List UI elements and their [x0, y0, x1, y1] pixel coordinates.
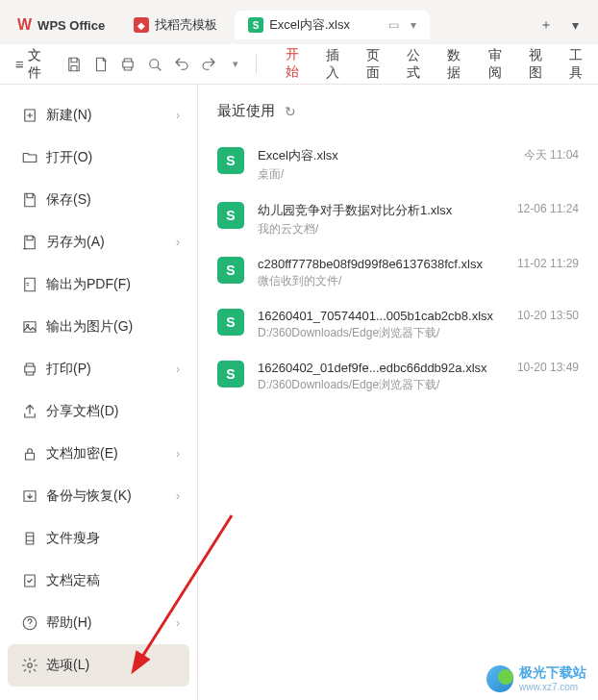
svg-point-12: [28, 663, 33, 668]
spreadsheet-icon: S: [217, 361, 244, 388]
spreadsheet-icon: S: [217, 147, 244, 174]
watermark: 极光下载站 www.xz7.com: [486, 664, 586, 692]
menu-save[interactable]: 保存(S): [8, 179, 189, 221]
app-home-tab[interactable]: W WPS Office: [6, 11, 116, 39]
undo-icon[interactable]: [171, 54, 192, 75]
docer-icon: ◆: [134, 17, 149, 33]
tab-menu-icon[interactable]: ▭: [388, 18, 399, 32]
pdf-icon: [17, 276, 42, 293]
chevron-right-icon: ›: [176, 109, 180, 122]
folder-icon: [17, 149, 42, 166]
wps-logo-icon: W: [17, 16, 32, 34]
spreadsheet-icon: S: [217, 257, 244, 284]
menu-encrypt[interactable]: 文档加密(E) ›: [8, 433, 189, 475]
file-path: 我的云文档/: [258, 221, 504, 238]
ribbon-page[interactable]: 页面: [364, 43, 387, 86]
file-menu-button[interactable]: ≡ 文件: [8, 43, 56, 86]
recent-heading: 最近使用 ↻: [217, 102, 579, 120]
file-time: 今天 11:04: [524, 147, 579, 163]
ribbon-insert[interactable]: 插入: [324, 43, 347, 86]
ribbon-data[interactable]: 数据: [445, 43, 468, 86]
menu-export-img[interactable]: 输出为图片(G): [8, 306, 189, 348]
finalize-icon: [17, 572, 42, 589]
save-icon: [17, 191, 42, 209]
menu-options-label: 选项(L): [46, 657, 180, 674]
file-info: 16260401_70574401...005b1cab2cb8.xlsx D:…: [258, 309, 504, 341]
chevron-right-icon: ›: [176, 616, 180, 630]
preview-icon[interactable]: [144, 54, 165, 75]
refresh-icon[interactable]: ↻: [285, 104, 296, 119]
new-doc-icon[interactable]: [90, 54, 112, 75]
image-icon: [17, 318, 42, 336]
menu-options[interactable]: 选项(L): [8, 644, 189, 687]
menu-new[interactable]: 新建(N) ›: [8, 94, 189, 137]
menu-encrypt-label: 文档加密(E): [46, 445, 176, 462]
file-path: 微信收到的文件/: [258, 273, 504, 289]
help-icon: [17, 614, 42, 632]
toolbar-separator: [256, 55, 257, 74]
watermark-sub: www.xz7.com: [519, 682, 586, 692]
save-icon[interactable]: [63, 54, 85, 75]
file-menu-label: 文件: [28, 47, 48, 82]
slim-icon: [17, 530, 42, 547]
menu-finalize-label: 文档定稿: [46, 572, 180, 589]
file-info: c280ff7778be08f9d99f8e6137638fcf.xlsx 微信…: [258, 257, 504, 289]
new-tab-button[interactable]: ＋: [534, 14, 559, 36]
file-name: Excel内容.xlsx: [258, 147, 511, 164]
menu-open-label: 打开(O): [46, 149, 180, 166]
tab-controls: ＋ ▾: [534, 14, 592, 36]
tab-templates-label: 找稻壳模板: [155, 16, 217, 34]
menu-print-label: 打印(P): [46, 361, 176, 378]
ribbon-tools[interactable]: 工具: [567, 43, 590, 86]
chevron-down-icon[interactable]: ▾: [411, 18, 416, 32]
menu-slim[interactable]: 文件瘦身: [8, 517, 189, 560]
menu-slim-label: 文件瘦身: [46, 530, 180, 547]
backup-icon: [17, 488, 42, 505]
menu-help[interactable]: 帮助(H) ›: [8, 602, 189, 644]
chevron-right-icon: ›: [176, 362, 180, 376]
watermark-logo-icon: [486, 665, 513, 692]
file-path: D:/360Downloads/Edge浏览器下载/: [258, 377, 504, 393]
menu-new-label: 新建(N): [46, 107, 176, 124]
share-icon: [17, 403, 42, 420]
print-icon[interactable]: [117, 54, 138, 75]
tab-list-button[interactable]: ▾: [566, 15, 585, 35]
ribbon-start[interactable]: 开始: [284, 42, 307, 87]
menu-backup-label: 备份与恢复(K): [46, 488, 176, 505]
quick-access: ▾: [63, 54, 246, 75]
menu-backup[interactable]: 备份与恢复(K) ›: [8, 475, 189, 517]
chevron-right-icon: ›: [176, 489, 180, 503]
menu-open[interactable]: 打开(O): [8, 137, 189, 179]
recent-file-row[interactable]: S 16260402_01def9fe...edbc66ddb92a.xlsx …: [217, 351, 579, 403]
new-icon: [17, 107, 42, 124]
menu-print[interactable]: 打印(P) ›: [8, 348, 189, 390]
lock-icon: [17, 445, 42, 462]
ribbon-formula[interactable]: 公式: [405, 43, 428, 86]
toolbar: ≡ 文件 ▾ 开始 插入 页面 公式 数据 审阅 视图 工具: [0, 44, 598, 85]
ribbon-view[interactable]: 视图: [527, 43, 550, 86]
svg-rect-0: [123, 62, 134, 67]
menu-finalize[interactable]: 文档定稿: [8, 560, 189, 602]
spreadsheet-icon: S: [248, 17, 263, 33]
app-name: WPS Office: [37, 18, 105, 33]
tab-document[interactable]: S Excel内容.xlsx ▭ ▾: [235, 11, 430, 39]
recent-file-row[interactable]: S 16260401_70574401...005b1cab2cb8.xlsx …: [217, 299, 579, 351]
file-name: c280ff7778be08f9d99f8e6137638fcf.xlsx: [258, 257, 504, 271]
gear-icon: [17, 657, 42, 674]
file-info: Excel内容.xlsx 桌面/: [258, 147, 511, 183]
recent-file-row[interactable]: S c280ff7778be08f9d99f8e6137638fcf.xlsx …: [217, 247, 579, 299]
file-path: 桌面/: [258, 166, 511, 183]
menu-export-pdf[interactable]: 输出为PDF(F): [8, 263, 189, 306]
menu-saveas-label: 另存为(A): [46, 234, 176, 251]
main: 新建(N) › 打开(O) 保存(S) 另存为(A) › 输出为PDF(F) 输…: [0, 85, 598, 700]
qat-dropdown-icon[interactable]: ▾: [225, 54, 246, 75]
recent-file-row[interactable]: S 幼儿园竞争对手数据对比分析1.xlsx 我的云文档/ 12-06 11:24: [217, 192, 579, 247]
recent-heading-label: 最近使用: [217, 102, 275, 120]
redo-icon[interactable]: [198, 54, 219, 75]
tab-templates[interactable]: ◆ 找稻壳模板: [120, 11, 231, 39]
ribbon-review[interactable]: 审阅: [486, 43, 510, 86]
spreadsheet-icon: S: [217, 202, 244, 229]
recent-file-row[interactable]: S Excel内容.xlsx 桌面/ 今天 11:04: [217, 138, 579, 192]
menu-share[interactable]: 分享文档(D): [8, 390, 189, 433]
menu-saveas[interactable]: 另存为(A) ›: [8, 221, 189, 263]
